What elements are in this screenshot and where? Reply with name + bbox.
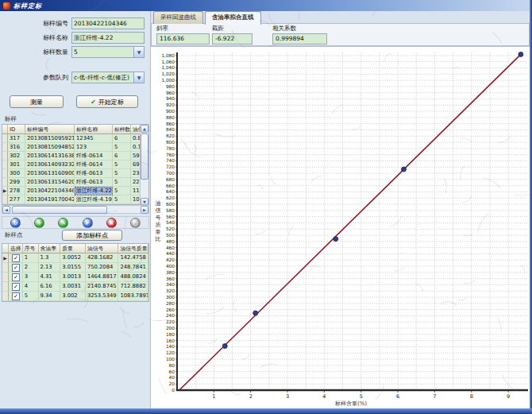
svg-text:620: 620 <box>166 195 175 200</box>
sample-id-field-value[interactable]: 20130422104346 <box>71 17 145 29</box>
scroll-up-icon[interactable]: ▲ <box>141 125 148 133</box>
scroll-thumb[interactable] <box>141 133 148 180</box>
slope-stat: 斜率116.636 <box>156 25 210 44</box>
table-row[interactable]: 30120130614093232纤维-0614569 <box>2 161 148 169</box>
table-row[interactable]: 30220130614131638纤维-0614659 <box>2 152 148 161</box>
column-header[interactable]: 标样编号 <box>25 125 75 134</box>
cell: 12345 <box>75 134 113 143</box>
column-header[interactable]: 质量 <box>60 244 86 253</box>
column-header[interactable]: 油信号质量比 <box>118 244 148 253</box>
add-button[interactable]: + <box>34 218 44 228</box>
refresh-button[interactable]: ↻ <box>10 218 21 228</box>
table-row[interactable]: 317201308150959211234560.8 <box>2 134 148 143</box>
row-checkbox[interactable]: ✓ <box>12 283 20 291</box>
svg-text:5: 5 <box>360 393 363 400</box>
svg-text:300: 300 <box>166 295 175 300</box>
cell: 4.31 <box>39 273 61 282</box>
right-panel: 采样回波曲线含油率拟合直线 斜率116.636截距-6.922相关系数0.999… <box>151 11 530 408</box>
sample-name-field-value[interactable]: 浙江纤维-4.22 <box>71 32 145 44</box>
tab-echo-curve[interactable]: 采样回波曲线 <box>153 11 203 24</box>
svg-text:920: 920 <box>166 103 175 107</box>
scroll-right-icon[interactable]: ▶ <box>141 206 148 214</box>
table-row[interactable]: ▶✓11.33.0052428.1682142.4758 <box>2 253 148 263</box>
samples-hscrollbar[interactable]: ◀ ▶ <box>2 205 149 214</box>
row-indicator-header[interactable] <box>2 244 9 253</box>
svg-text:840: 840 <box>166 127 175 132</box>
samples-group-label: 标样 <box>5 115 17 123</box>
column-header[interactable]: 含油率 <box>39 244 61 253</box>
y-axis-title: 油信号质量比 <box>156 200 161 242</box>
intercept-value[interactable]: -6.922 <box>212 33 253 44</box>
svg-text:4: 4 <box>322 393 326 400</box>
scroll-thumb[interactable] <box>12 206 107 214</box>
row-checkbox[interactable]: ✓ <box>12 264 20 272</box>
column-header[interactable]: 标样数量 <box>113 125 131 134</box>
table-row[interactable]: 29920130613154620纤维-0613522 <box>2 178 148 187</box>
table-row[interactable]: ✓59.343.0023253.53491083.7891 <box>2 292 148 301</box>
svg-text:780: 780 <box>166 146 175 151</box>
column-header[interactable]: 选择 <box>9 244 23 253</box>
chevron-down-icon[interactable]: ▼ <box>133 47 144 57</box>
samples-vscrollbar[interactable]: ▲▼ <box>140 125 148 205</box>
svg-text:2: 2 <box>249 393 253 400</box>
table-row[interactable]: ✓22.133.0155750.2084248.7841 <box>2 263 148 273</box>
samples-table: ID标样编号标样名称标样数量油信号31720130815095921123456… <box>2 124 149 205</box>
left-panel: 标样编号20130422104346标样名称浙江纤维-4.22标样数量5▼参数队… <box>0 11 151 408</box>
save-button[interactable]: ✔ <box>83 218 93 228</box>
row-checkbox[interactable]: ✓ <box>12 292 20 300</box>
svg-text:60: 60 <box>169 370 175 374</box>
tab-bar: 采样回波曲线含油率拟合直线 <box>153 11 261 24</box>
svg-text:260: 260 <box>166 308 175 312</box>
slope-value[interactable]: 116.636 <box>156 33 210 44</box>
svg-text:340: 340 <box>166 282 175 287</box>
measure-button[interactable]: 测量 <box>10 95 64 108</box>
svg-text:油: 油 <box>156 200 161 207</box>
sample-count-field-value[interactable]: 5▼ <box>71 46 145 58</box>
param-queue-field-value[interactable]: c-低-纤维-c-低(修正)▼ <box>71 72 145 83</box>
checkbox-cell: ✓ <box>9 292 23 301</box>
row-indicator-header[interactable] <box>2 125 8 134</box>
scroll-left-icon[interactable]: ◀ <box>2 206 10 214</box>
row-checkbox[interactable]: ✓ <box>12 254 20 262</box>
table-row[interactable]: ✓34.313.00131464.8817488.0824 <box>2 273 148 282</box>
tab-fit-line[interactable]: 含油率拟合直线 <box>205 11 261 25</box>
cell: 300 <box>8 169 25 178</box>
delete-button[interactable]: ✖ <box>106 218 117 228</box>
row-indicator <box>2 282 9 292</box>
svg-text:400: 400 <box>166 264 175 269</box>
start-calibration-label: 开始定标 <box>98 98 124 106</box>
start-calibration-button[interactable]: ✔ 开始定标 <box>76 95 138 108</box>
column-header[interactable]: ID <box>8 125 25 134</box>
data-point <box>333 237 338 242</box>
data-point <box>519 52 523 56</box>
table-row[interactable]: 27720130419170042浙江纤维-4.19510 <box>2 195 148 204</box>
svg-text:980: 980 <box>166 84 175 89</box>
column-header[interactable]: 序号 <box>23 244 39 253</box>
chevron-down-icon[interactable]: ▼ <box>133 72 144 83</box>
table-row[interactable]: ✓46.163.00312140.8745712.8882 <box>2 282 148 292</box>
column-header[interactable]: 油信号 <box>86 244 119 253</box>
cell: 纤维-0614 <box>75 161 113 169</box>
cell: 6.16 <box>39 282 61 292</box>
column-header[interactable]: 标样名称 <box>75 125 113 134</box>
cell: 1 <box>23 253 39 263</box>
svg-text:660: 660 <box>166 184 175 188</box>
table-row[interactable]: 3162013081509485212350.1 <box>2 143 148 152</box>
param-queue-field-label: 参数队列 <box>6 73 71 82</box>
points-header-row: 选择序号含油率质量油信号油信号质量比 <box>2 244 148 253</box>
cell: 20130613160900 <box>25 169 75 178</box>
row-checkbox[interactable]: ✓ <box>12 273 20 281</box>
cell: 3.0155 <box>60 263 86 273</box>
cell: 20130815094852 <box>25 143 75 152</box>
svg-text:740: 740 <box>166 158 175 163</box>
table-row[interactable]: 30020130613160900纤维-0613523 <box>2 169 148 178</box>
row-indicator <box>2 169 8 178</box>
correlation-value[interactable]: 0.999894 <box>272 33 327 44</box>
svg-text:580: 580 <box>166 208 175 213</box>
data-point <box>222 343 227 348</box>
add-point-button[interactable]: 添加标样点 <box>62 230 122 241</box>
cell: 3.002 <box>60 292 86 301</box>
edit-button[interactable]: ✎ <box>58 218 68 228</box>
table-row[interactable]: ▶27820130422104346浙江纤维-4.22511 <box>2 187 148 195</box>
scroll-down-icon[interactable]: ▼ <box>141 198 148 205</box>
